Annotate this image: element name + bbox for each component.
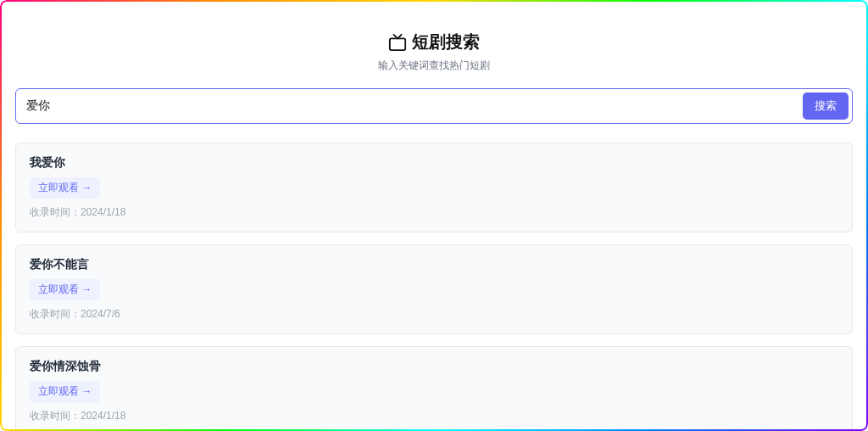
search-button[interactable]: 搜索 xyxy=(803,92,849,120)
watch-button[interactable]: 立即观看 → xyxy=(30,177,100,199)
tv-icon xyxy=(388,33,407,52)
watch-button[interactable]: 立即观看 → xyxy=(30,279,100,300)
result-date: 收录时间：2024/7/6 xyxy=(30,307,838,322)
page-subtitle: 输入关键词查找热门短剧 xyxy=(15,59,853,73)
result-title: 我爱你 xyxy=(30,155,838,171)
result-title: 爱你情深蚀骨 xyxy=(30,359,838,374)
result-card: 爱你情深蚀骨立即观看 →收录时间：2024/1/18 xyxy=(15,346,853,431)
search-input[interactable] xyxy=(26,99,803,113)
result-card: 我爱你立即观看 →收录时间：2024/1/18 xyxy=(15,143,853,232)
page-header: 短剧搜索 输入关键词查找热门短剧 xyxy=(15,31,853,73)
watch-button[interactable]: 立即观看 → xyxy=(30,381,100,402)
result-card: 爱你不能言立即观看 →收录时间：2024/7/6 xyxy=(15,244,853,334)
search-bar: 搜索 xyxy=(15,88,853,124)
result-date: 收录时间：2024/1/18 xyxy=(30,205,838,220)
result-title: 爱你不能言 xyxy=(30,257,838,272)
svg-rect-0 xyxy=(390,38,405,50)
results-list: 我爱你立即观看 →收录时间：2024/1/18爱你不能言立即观看 →收录时间：2… xyxy=(15,143,853,431)
page-title: 短剧搜索 xyxy=(412,31,480,53)
result-date: 收录时间：2024/1/18 xyxy=(30,409,838,423)
